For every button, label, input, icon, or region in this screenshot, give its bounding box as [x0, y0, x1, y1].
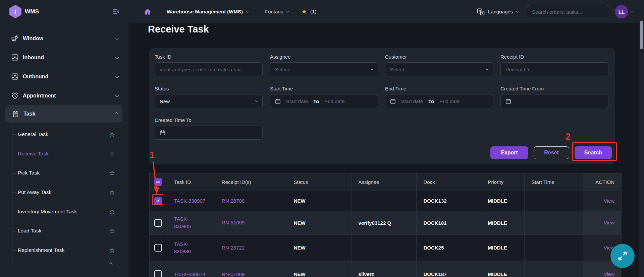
assignee-value: sliverz — [352, 261, 417, 277]
menu-scroll-up-icon[interactable] — [109, 262, 112, 266]
status-select[interactable]: New — [155, 94, 263, 108]
site-selector-dropdown[interactable]: Fontana — [265, 0, 289, 23]
created-time-from-label: Created Time From — [500, 86, 608, 92]
task-id-link[interactable]: TASK-830907 — [167, 191, 215, 211]
task-id-link[interactable]: TASK-830874 — [167, 261, 215, 277]
chevron-down-icon — [115, 36, 119, 40]
favorite-star-icon[interactable]: ☆ — [109, 188, 115, 196]
favorite-star-icon[interactable]: ☆ — [109, 208, 115, 216]
chevron-down-icon — [115, 55, 119, 59]
app-switcher-dropdown[interactable]: Warehouse Management (WMS) — [167, 0, 248, 23]
task-id-label: Task ID — [155, 54, 263, 61]
subitem-label: Replenishment Task — [18, 247, 109, 253]
page-scrollbar-thumb[interactable] — [640, 21, 643, 49]
calendar-icon — [275, 98, 281, 104]
start-time-range-picker[interactable]: Start date To End date — [270, 94, 378, 108]
end-time-range-picker[interactable]: Start date To End date — [385, 94, 493, 108]
favorites-count: (1) — [310, 9, 316, 14]
task-id-link[interactable]: TASK- 830880 — [167, 235, 215, 261]
receipt-id-link[interactable]: RN-51089 — [215, 261, 287, 277]
sidebar-subitem-load-task[interactable]: Load Task ☆ — [0, 221, 128, 240]
chevron-down-icon — [255, 99, 258, 102]
sidebar-item-label: Task — [23, 111, 111, 117]
user-avatar[interactable]: LL — [615, 5, 628, 18]
logo-text: WMS — [25, 8, 39, 15]
sidebar-subitem-receive-task[interactable]: Receive Task ☆ — [0, 144, 128, 163]
assignee-select[interactable]: Select — [270, 62, 378, 76]
chevron-down-icon — [371, 67, 373, 70]
calendar-icon — [505, 98, 511, 104]
end-date-placeholder: End date — [439, 98, 460, 104]
row-checkbox[interactable] — [154, 219, 162, 227]
task-id-link[interactable]: TASK- 830905 — [167, 211, 215, 234]
favorites-indicator[interactable]: ★ (1) — [301, 0, 316, 23]
receipt-id-input[interactable] — [500, 62, 608, 76]
created-time-to-picker[interactable] — [155, 126, 263, 140]
sidebar-collapse-button[interactable] — [112, 0, 120, 23]
export-button[interactable]: Export — [490, 146, 528, 159]
sidebar-subitem-put-away-task[interactable]: Put Away Task ☆ — [0, 183, 128, 202]
top-header: WMS Warehouse Management (WMS) Fontana ★… — [0, 0, 644, 23]
favorite-star-icon[interactable]: ☆ — [109, 246, 115, 254]
row-checkbox[interactable] — [154, 244, 162, 252]
subitem-label: General Task — [18, 131, 109, 137]
filter-end-time: End Time Start date To End date — [385, 86, 493, 108]
page-scrollbar-track[interactable] — [639, 17, 644, 277]
sidebar-item-inbound[interactable]: Inbound — [0, 48, 128, 67]
sidebar-subitem-general-task[interactable]: General Task ☆ — [0, 125, 128, 144]
home-button[interactable] — [144, 0, 152, 23]
languages-dropdown[interactable]: G Languages — [477, 0, 518, 23]
filter-receipt-id: Receipt ID — [500, 54, 608, 76]
start-time-label: Start Time — [270, 86, 378, 92]
task-submenu: General Task ☆ Receive Task ☆ Pick Task … — [0, 125, 128, 260]
receipt-id-link[interactable]: RN-51099 — [215, 211, 287, 234]
page-title: Receive Task — [148, 24, 209, 35]
sidebar-item-label: Appointment — [23, 93, 112, 99]
favorite-star-icon[interactable]: ☆ — [109, 169, 115, 177]
dock-value: DOCK25 — [417, 235, 481, 261]
receipt-id-link[interactable]: RN-28722 — [215, 235, 287, 261]
start-time-value — [525, 235, 583, 261]
priority-value: MIDDLE — [481, 191, 525, 211]
user-menu-chevron[interactable] — [631, 0, 633, 23]
sidebar-item-label: Window — [23, 36, 112, 42]
view-action-link[interactable]: View — [583, 211, 622, 234]
sidebar-subitem-replenishment-task[interactable]: Replenishment Task ☆ — [0, 240, 128, 260]
sidebar-subitem-pick-task[interactable]: Pick Task ☆ — [0, 163, 128, 183]
filter-created-time-to: Created Time To — [155, 117, 263, 140]
favorite-star-icon: ★ — [301, 8, 307, 15]
sidebar-item-outbound[interactable]: Outbound — [0, 67, 128, 86]
favorite-star-icon[interactable]: ☆ — [109, 227, 115, 235]
tasks-table: Task IDReceipt ID(s)StatusAssigneeDockPr… — [149, 173, 622, 277]
sidebar-item-task[interactable]: Task — [5, 105, 122, 123]
global-search-input[interactable] — [527, 5, 609, 18]
customer-select[interactable]: Select — [385, 62, 493, 76]
reset-button[interactable]: Reset — [534, 146, 569, 159]
sidebar-item-window[interactable]: Window — [0, 29, 128, 48]
customer-label: Customer — [385, 54, 493, 61]
range-separator: To — [428, 98, 434, 104]
column-header-priority: Priority — [481, 174, 525, 191]
filter-customer: Customer Select — [385, 54, 493, 76]
expand-fullscreen-button[interactable] — [610, 244, 635, 268]
row-checkbox[interactable] — [154, 270, 162, 277]
start-date-placeholder: Start date — [401, 98, 423, 104]
truck-clock-icon — [11, 34, 19, 43]
created-time-from-picker[interactable] — [500, 94, 608, 108]
annotation-step-1: 1 — [150, 150, 155, 160]
app-logo[interactable]: WMS — [9, 0, 39, 23]
inbound-box-icon — [11, 54, 19, 62]
view-action-link[interactable]: View — [583, 191, 622, 211]
sidebar-item-appointment[interactable]: Appointment — [0, 86, 128, 105]
favorite-star-icon[interactable]: ☆ — [109, 130, 115, 138]
favorite-star-icon[interactable]: ☆ — [109, 150, 115, 158]
subitem-label: Put Away Task — [18, 189, 109, 195]
sidebar-item-label: Outbound — [23, 74, 112, 80]
dock-value: DOCK181 — [417, 211, 481, 234]
task-id-input[interactable] — [155, 62, 263, 76]
sidebar-subitem-inventory-movement-task[interactable]: Inventory Movement Task ☆ — [0, 202, 128, 221]
receipt-id-label: Receipt ID — [500, 54, 608, 61]
chevron-down-icon — [516, 10, 519, 12]
receipt-id-link[interactable]: RN-28708 — [215, 191, 287, 211]
table-body: ✓TASK-830907RN-28708NEWDOCK132MIDDLEView… — [150, 191, 622, 277]
